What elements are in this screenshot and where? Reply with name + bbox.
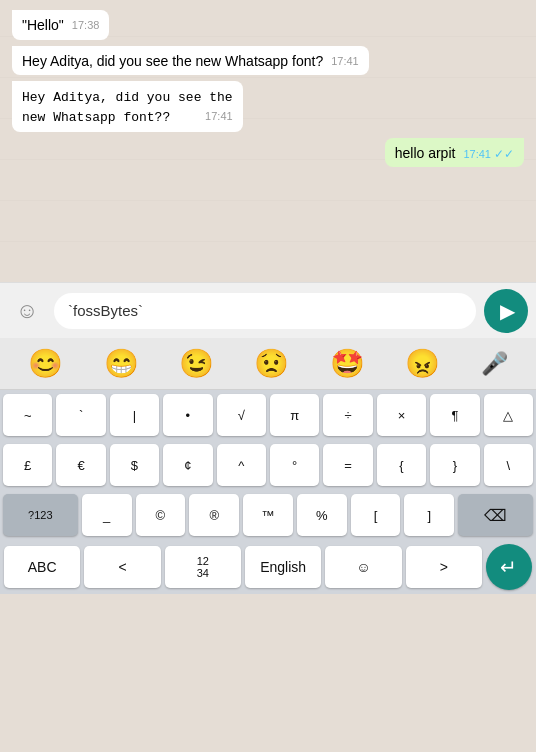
key-equals[interactable]: = xyxy=(323,444,372,486)
key-lbracket[interactable]: [ xyxy=(351,494,401,536)
key-cent[interactable]: ¢ xyxy=(163,444,212,486)
key-times[interactable]: × xyxy=(377,394,426,436)
message-input[interactable] xyxy=(54,293,476,329)
send-button[interactable]: ▶ xyxy=(484,289,528,333)
key-row-2: £ € $ ¢ ^ ° = { } \ xyxy=(0,440,536,490)
key-divide[interactable]: ÷ xyxy=(323,394,372,436)
tick-icon: ✓✓ xyxy=(494,147,514,161)
key-rbracket[interactable]: ] xyxy=(404,494,454,536)
input-area: ☺ ▶ xyxy=(0,282,536,338)
message-time-1: 17:38 xyxy=(72,18,100,33)
key-copyright[interactable]: © xyxy=(136,494,186,536)
key-abc[interactable]: ABC xyxy=(4,546,80,588)
key-space-english[interactable]: English xyxy=(245,546,321,588)
key-bullet[interactable]: • xyxy=(163,394,212,436)
emoji-1[interactable]: 😊 xyxy=(28,347,63,380)
message-bubble-2: Hey Aditya, did you see the new Whatsapp… xyxy=(12,46,369,76)
key-pipe[interactable]: | xyxy=(110,394,159,436)
emoji-2[interactable]: 😁 xyxy=(104,347,139,380)
keyboard: ~ ` | • √ π ÷ × ¶ △ £ € $ ¢ ^ ° = { } \ … xyxy=(0,390,536,540)
key-sqrt[interactable]: √ xyxy=(217,394,266,436)
emoji-button[interactable]: ☺ xyxy=(8,292,46,330)
bottom-bar: ABC < 1234 English ☺ > ↵ xyxy=(0,540,536,594)
message-text-1: "Hello" xyxy=(22,17,64,33)
key-backspace[interactable]: ⌫ xyxy=(458,494,533,536)
chat-area: "Hello" 17:38 Hey Aditya, did you see th… xyxy=(0,0,536,282)
message-text-2: Hey Aditya, did you see the new Whatsapp… xyxy=(22,53,323,69)
message-bubble-3: Hey Aditya, did you see thenew Whatsapp … xyxy=(12,81,243,131)
key-row-1: ~ ` | • √ π ÷ × ¶ △ xyxy=(0,390,536,440)
key-backslash[interactable]: \ xyxy=(484,444,533,486)
send-icon: ▶ xyxy=(500,299,515,323)
key-degree[interactable]: ° xyxy=(270,444,319,486)
emoji-3[interactable]: 😉 xyxy=(179,347,214,380)
key-caret[interactable]: ^ xyxy=(217,444,266,486)
emoji-6[interactable]: 😠 xyxy=(405,347,440,380)
key-less-than[interactable]: < xyxy=(84,546,160,588)
key-greater-than[interactable]: > xyxy=(406,546,482,588)
message-time-2: 17:41 xyxy=(331,54,359,69)
key-underscore[interactable]: _ xyxy=(82,494,132,536)
emoji-4[interactable]: 😟 xyxy=(254,347,289,380)
key-dollar[interactable]: $ xyxy=(110,444,159,486)
key-return[interactable]: ↵ xyxy=(486,544,532,590)
emoji-5[interactable]: 🤩 xyxy=(330,347,365,380)
message-text-4: hello arpit xyxy=(395,145,456,161)
message-bubble-4: hello arpit 17:41 ✓✓ xyxy=(385,138,524,168)
key-numbers-grid[interactable]: 1234 xyxy=(165,546,241,588)
key-row-3: ?123 _ © ® ™ % [ ] ⌫ xyxy=(0,490,536,540)
mic-icon[interactable]: 🎤 xyxy=(481,351,508,377)
key-rbrace[interactable]: } xyxy=(430,444,479,486)
message-bubble-1: "Hello" 17:38 xyxy=(12,10,109,40)
key-lbrace[interactable]: { xyxy=(377,444,426,486)
key-pi[interactable]: π xyxy=(270,394,319,436)
message-time-3: 17:41 xyxy=(205,109,233,124)
key-tilde[interactable]: ~ xyxy=(3,394,52,436)
key-123[interactable]: ?123 xyxy=(3,494,78,536)
emoji-row: 😊 😁 😉 😟 🤩 😠 🎤 xyxy=(0,338,536,390)
key-backtick[interactable]: ` xyxy=(56,394,105,436)
key-emoji-bottom[interactable]: ☺ xyxy=(325,546,401,588)
key-pound[interactable]: £ xyxy=(3,444,52,486)
key-registered[interactable]: ® xyxy=(189,494,239,536)
message-text-3: Hey Aditya, did you see thenew Whatsapp … xyxy=(22,90,233,125)
key-trademark[interactable]: ™ xyxy=(243,494,293,536)
key-pilcrow[interactable]: ¶ xyxy=(430,394,479,436)
key-euro[interactable]: € xyxy=(56,444,105,486)
key-triangle[interactable]: △ xyxy=(484,394,533,436)
key-percent[interactable]: % xyxy=(297,494,347,536)
message-time-4: 17:41 ✓✓ xyxy=(463,146,514,163)
